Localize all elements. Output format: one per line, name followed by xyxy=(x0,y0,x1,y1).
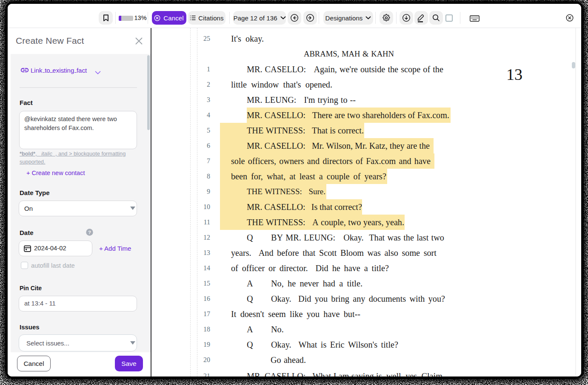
svg-text:?: ? xyxy=(88,230,91,235)
